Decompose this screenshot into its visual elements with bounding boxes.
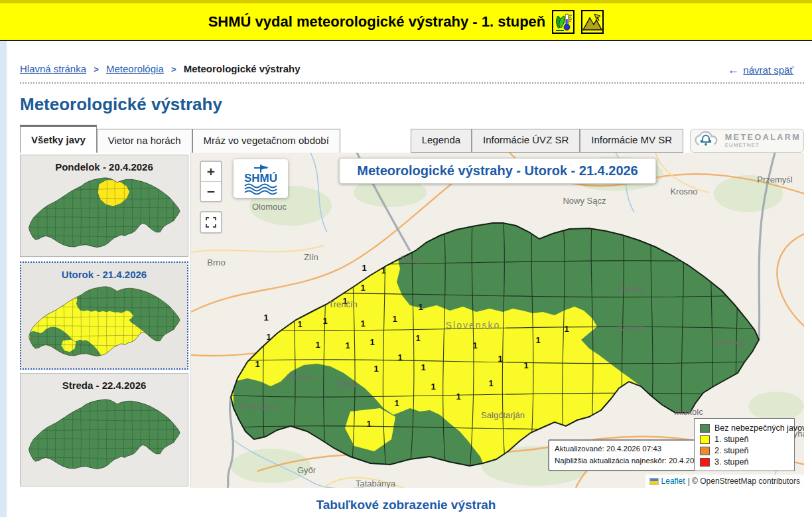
- minimap-wednesday: [27, 392, 182, 476]
- warning-level-1-marker: 1: [488, 378, 493, 388]
- city-label: Tatabánya: [356, 479, 396, 488]
- info-mv-button[interactable]: Informácie MV SR: [580, 129, 683, 153]
- table-view-link[interactable]: Tabuľkové zobrazenie výstrah: [0, 498, 812, 512]
- breadcrumb-current: Meteorologické výstrahy: [184, 63, 301, 74]
- city-label: Žilina: [399, 256, 421, 265]
- warning-level-1-marker: 1: [456, 392, 460, 402]
- warning-level-1-marker: 1: [392, 314, 397, 324]
- alert-banner: SHMÚ vydal meteorologické výstrahy - 1. …: [0, 0, 812, 41]
- leaflet-link[interactable]: Leaflet: [661, 477, 685, 486]
- map-title-box: Meteorologické výstrahy - Utorok - 21.4.…: [339, 158, 656, 184]
- meteoalarm-cloud-bell-icon: [693, 130, 720, 151]
- warning-level-1-marker: 1: [564, 324, 569, 334]
- info-uvz-button[interactable]: Informácie ÚVZ SR: [472, 129, 580, 153]
- fullscreen-icon: [206, 217, 216, 228]
- map-title: Meteorologické výstrahy - Utorok - 21.4.…: [357, 163, 638, 178]
- city-label: Prešov: [618, 284, 645, 294]
- warning-map[interactable]: 11111111111111111111111111111 OlomoucBrn…: [190, 153, 804, 488]
- dotted-divider: [20, 82, 804, 84]
- legend-row: 3. stupeň: [700, 457, 789, 467]
- day-selector-sidebar: Pondelok - 20.4.2026 Utorok - 21.4.2026 …: [20, 155, 190, 486]
- frost-plant-thermometer-icon: [552, 10, 575, 34]
- day-card-title: Utorok - 21.4.2026: [21, 263, 187, 280]
- warning-level-1-marker: 1: [362, 263, 366, 273]
- city-label: Salgótarján: [481, 410, 525, 420]
- zoom-out-button[interactable]: −: [201, 182, 221, 201]
- warning-level-1-marker: 1: [360, 319, 365, 329]
- shmu-logo[interactable]: SHMÚ: [234, 159, 288, 198]
- warning-level-1-marker: 1: [297, 319, 302, 329]
- warning-level-1-marker: 1: [418, 302, 423, 312]
- warning-level-1-marker: 1: [415, 333, 420, 343]
- legend-row: 2. stupeň: [700, 446, 789, 455]
- shmu-logo-text: SHMÚ: [244, 172, 277, 185]
- legend-row: Bez nebezpečných javov: [700, 423, 789, 433]
- city-label: Trenčín: [328, 299, 358, 309]
- city-label: Olomouc: [252, 202, 287, 212]
- warning-level-1-marker: 1: [523, 360, 528, 370]
- tab-bar-right: Legenda Informácie ÚVZ SR Informácie MV …: [411, 129, 804, 153]
- day-card-wednesday[interactable]: Streda - 22.4.2026: [20, 373, 188, 486]
- map-attribution: Leaflet | © OpenStreetMap contributors: [645, 475, 804, 488]
- meteoalarm-subtitle: EUMETNET: [725, 143, 801, 148]
- fullscreen-button[interactable]: [200, 211, 222, 234]
- legend-button[interactable]: Legenda: [411, 129, 472, 153]
- warning-level-1-marker: 1: [370, 337, 374, 347]
- city-label: Košice: [618, 323, 643, 332]
- warning-level-1-marker: 1: [397, 352, 402, 362]
- warning-level-1-marker: 1: [373, 364, 378, 374]
- warning-level-1-marker: 1: [360, 283, 365, 293]
- city-label: Trnava: [287, 372, 314, 382]
- day-card-monday[interactable]: Pondelok - 20.4.2026: [20, 155, 188, 257]
- meteoalarm-title: METEOALARM: [725, 133, 801, 142]
- alert-banner-text: SHMÚ vydal meteorologické výstrahy - 1. …: [208, 13, 546, 31]
- warning-level-1-marker: 1: [366, 419, 371, 429]
- warning-level-1-marker: 1: [394, 398, 399, 408]
- legend-swatch-orange: [700, 447, 710, 455]
- meteoalarm-logo[interactable]: METEOALARM EUMETNET: [690, 129, 804, 153]
- city-label: Győr: [297, 465, 316, 475]
- breadcrumb: Hlavná stránka > Meteorológia > Meteorol…: [20, 63, 803, 74]
- back-arrow-icon: ←: [727, 63, 739, 76]
- warning-level-1-marker: 1: [263, 313, 268, 323]
- legend-swatch-red: [700, 458, 710, 467]
- warning-level-1-marker: 1: [535, 335, 540, 345]
- warning-level-1-marker: 1: [322, 316, 327, 326]
- back-link[interactable]: ←návrat späť: [727, 63, 793, 77]
- warning-level-1-marker: 1: [381, 265, 385, 275]
- tab-bar-left: Všetky javy Vietor na horách Mráz vo veg…: [20, 127, 340, 153]
- city-label: Ужгород: [712, 337, 746, 347]
- minimap-monday: [27, 174, 182, 251]
- tab-frost-vegetation[interactable]: Mráz vo vegetačnom období: [192, 129, 340, 153]
- breadcrumb-meteorology-link[interactable]: Meteorológia: [106, 63, 164, 74]
- city-label: Brno: [207, 258, 225, 267]
- city-label: Nowy Sącz: [563, 196, 606, 206]
- city-label: Przemyśl: [757, 175, 793, 185]
- warning-level-1-marker: 1: [431, 382, 435, 392]
- tab-all-phenomena[interactable]: Všetky javy: [20, 125, 97, 153]
- tab-wind-mountains[interactable]: Vietor na horách: [97, 129, 192, 153]
- zoom-in-button[interactable]: +: [201, 162, 221, 182]
- wind-on-mountains-icon: [581, 10, 604, 34]
- breadcrumb-separator: >: [171, 64, 176, 74]
- warning-level-1-marker: 1: [266, 332, 271, 342]
- osm-attribution: | © OpenStreetMap contributors: [688, 477, 800, 486]
- day-card-title: Pondelok - 20.4.2026: [21, 155, 188, 173]
- minimap-tuesday: [27, 281, 182, 361]
- page-left-stripe: [0, 41, 7, 517]
- city-label: Miskolc: [674, 407, 703, 417]
- legend-row: 1. stupeň: [700, 435, 789, 444]
- legend-swatch-green: [700, 424, 710, 433]
- warning-level-1-marker: 1: [255, 359, 259, 369]
- city-label: Krosno: [670, 186, 697, 196]
- day-card-title: Streda - 22.4.2026: [21, 374, 188, 391]
- city-label: Slovensko: [446, 320, 501, 331]
- warning-level-1-marker: 1: [345, 340, 350, 350]
- breadcrumb-home-link[interactable]: Hlavná stránka: [20, 63, 86, 74]
- warning-level-1-marker: 1: [498, 354, 502, 364]
- city-label: Zlín: [304, 252, 318, 262]
- page-title: Meteorologické výstrahy: [20, 94, 222, 115]
- warning-level-1-marker: 1: [421, 362, 425, 372]
- legend-swatch-yellow: [700, 435, 710, 444]
- day-card-tuesday[interactable]: Utorok - 21.4.2026: [20, 261, 188, 370]
